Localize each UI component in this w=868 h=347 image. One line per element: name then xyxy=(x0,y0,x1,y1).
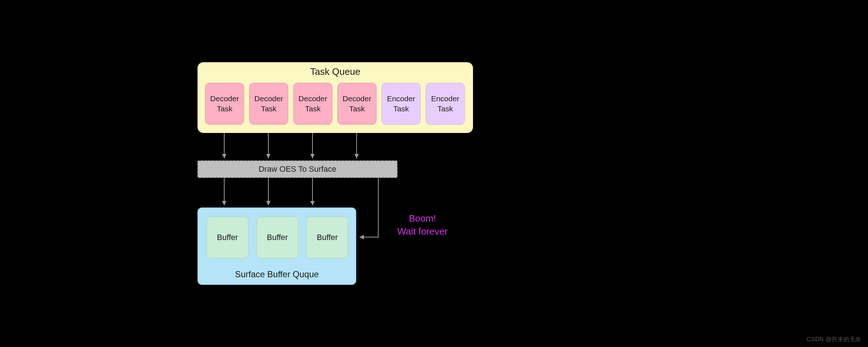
task-label-line2: Task xyxy=(437,104,453,114)
task-queue-title: Task Queue xyxy=(198,66,473,77)
encoder-task-box: Encoder Task xyxy=(426,83,465,125)
task-label-line2: Task xyxy=(217,104,232,114)
boom-annotation: Boom! Wait forever xyxy=(383,212,462,238)
task-queue-container: Task Queue Decoder Task Decoder Task Dec… xyxy=(197,62,473,133)
arrows-layer xyxy=(0,0,868,347)
task-label-line2: Task xyxy=(349,104,365,114)
buffer-label: Buffer xyxy=(267,233,288,242)
annotation-line2: Wait forever xyxy=(397,226,447,237)
buffer-box: Buffer xyxy=(207,217,248,258)
buffer-label: Buffer xyxy=(217,233,238,242)
task-label-line1: Encoder xyxy=(387,94,415,104)
decoder-task-box: Decoder Task xyxy=(205,83,244,125)
watermark: CSDN @芥末的无奈 xyxy=(807,336,861,343)
buffer-queue-container: Buffer Buffer Buffer Surface Buffer Ququ… xyxy=(197,207,356,285)
draw-oes-label: Draw OES To Surface xyxy=(259,164,336,174)
task-label-line1: Decoder xyxy=(342,94,371,104)
task-label-line2: Task xyxy=(261,104,276,114)
buffer-label: Buffer xyxy=(317,233,338,242)
buffer-row: Buffer Buffer Buffer xyxy=(207,217,348,258)
decoder-task-box: Decoder Task xyxy=(249,83,288,125)
decoder-task-box: Decoder Task xyxy=(293,83,332,125)
decoder-task-box: Decoder Task xyxy=(337,83,376,125)
buffer-box: Buffer xyxy=(256,217,298,258)
encoder-task-box: Encoder Task xyxy=(382,83,421,125)
task-label-line2: Task xyxy=(305,104,320,114)
annotation-line1: Boom! xyxy=(409,213,436,224)
task-row: Decoder Task Decoder Task Decoder Task D… xyxy=(205,83,465,125)
buffer-box: Buffer xyxy=(306,217,348,258)
task-label-line1: Decoder xyxy=(254,94,283,104)
task-label-line1: Decoder xyxy=(210,94,239,104)
task-label-line1: Encoder xyxy=(431,94,459,104)
task-label-line2: Task xyxy=(393,104,409,114)
task-label-line1: Decoder xyxy=(298,94,327,104)
draw-oes-box: Draw OES To Surface xyxy=(197,160,397,178)
buffer-queue-title: Surface Buffer Quque xyxy=(198,269,356,279)
diagram-canvas: Task Queue Decoder Task Decoder Task Dec… xyxy=(0,0,868,347)
